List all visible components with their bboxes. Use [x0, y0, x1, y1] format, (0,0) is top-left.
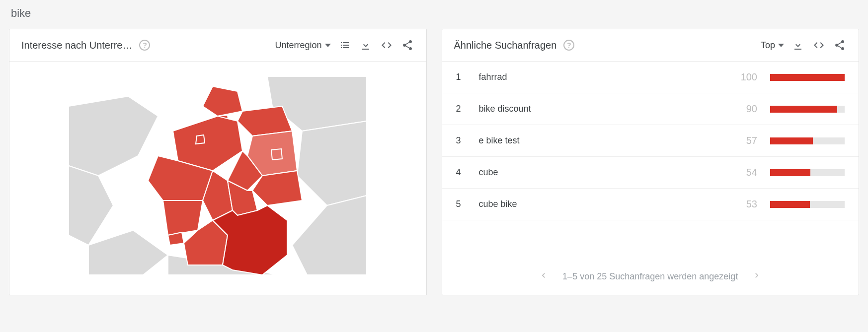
query-row[interactable]: 5cube bike53: [442, 189, 859, 220]
query-rank: 3: [456, 135, 466, 146]
embed-icon[interactable]: [380, 38, 394, 52]
list-view-icon[interactable]: [338, 38, 352, 52]
help-icon[interactable]: ?: [139, 40, 150, 51]
germany-map[interactable]: [69, 76, 367, 275]
query-bar: [770, 74, 845, 81]
query-term: cube: [479, 167, 723, 178]
query-row[interactable]: 1fahrrad100: [442, 62, 859, 93]
region-interest-card: Interesse nach Unterre… ? Unterregion: [9, 29, 427, 295]
query-rank: 2: [456, 104, 466, 114]
queries-list: 1fahrrad1002bike discount903e bike test5…: [442, 62, 859, 261]
query-term: bike discount: [479, 104, 723, 114]
query-value: 53: [735, 199, 757, 210]
search-term: bike: [9, 5, 859, 29]
queries-card-title: Ähnliche Suchanfragen: [454, 40, 557, 51]
query-rank: 1: [456, 72, 466, 82]
download-icon[interactable]: [791, 38, 805, 52]
query-term: cube bike: [479, 199, 723, 209]
region-level-label: Unterregion: [275, 40, 321, 51]
query-term: e bike test: [479, 135, 723, 146]
query-value: 90: [735, 103, 757, 115]
query-value: 100: [735, 71, 757, 83]
download-icon[interactable]: [359, 38, 373, 52]
pager-text: 1–5 von 25 Suchanfragen werden angezeigt: [562, 271, 738, 282]
queries-sort-dropdown[interactable]: Top: [761, 40, 784, 51]
related-queries-card: Ähnliche Suchanfragen ? Top 1fahrrad1002…: [442, 29, 860, 295]
query-bar: [770, 137, 845, 144]
pager: 1–5 von 25 Suchanfragen werden angezeigt: [442, 261, 859, 295]
state-berlin[interactable]: [271, 149, 282, 160]
map-body: [9, 62, 426, 295]
query-row[interactable]: 3e bike test57: [442, 125, 859, 157]
help-icon[interactable]: ?: [563, 40, 574, 51]
query-value: 57: [735, 135, 757, 146]
region-card-title: Interesse nach Unterre…: [21, 40, 132, 51]
query-bar: [770, 201, 845, 208]
query-bar: [770, 169, 845, 176]
state-schleswig-holstein[interactable]: [203, 86, 242, 116]
queries-card-header: Ähnliche Suchanfragen ? Top: [442, 29, 859, 62]
query-rank: 4: [456, 167, 466, 178]
queries-sort-label: Top: [761, 40, 775, 51]
state-bremen[interactable]: [196, 135, 205, 144]
query-bar: [770, 106, 845, 113]
state-rlp[interactable]: [163, 200, 203, 235]
region-level-dropdown[interactable]: Unterregion: [275, 40, 330, 51]
share-icon[interactable]: [833, 38, 847, 52]
query-row[interactable]: 4cube54: [442, 157, 859, 189]
pager-next[interactable]: [752, 270, 762, 283]
chevron-down-icon: [325, 44, 331, 47]
panels-row: Interesse nach Unterre… ? Unterregion: [9, 29, 859, 295]
query-rank: 5: [456, 199, 466, 209]
query-row[interactable]: 2bike discount90: [442, 93, 859, 125]
embed-icon[interactable]: [812, 38, 826, 52]
share-icon[interactable]: [400, 38, 414, 52]
chevron-down-icon: [778, 44, 784, 47]
pager-prev[interactable]: [539, 270, 549, 283]
query-value: 54: [735, 167, 757, 178]
region-card-header: Interesse nach Unterre… ? Unterregion: [9, 29, 426, 62]
state-mecklenburg[interactable]: [237, 106, 292, 136]
query-term: fahrrad: [479, 72, 723, 82]
